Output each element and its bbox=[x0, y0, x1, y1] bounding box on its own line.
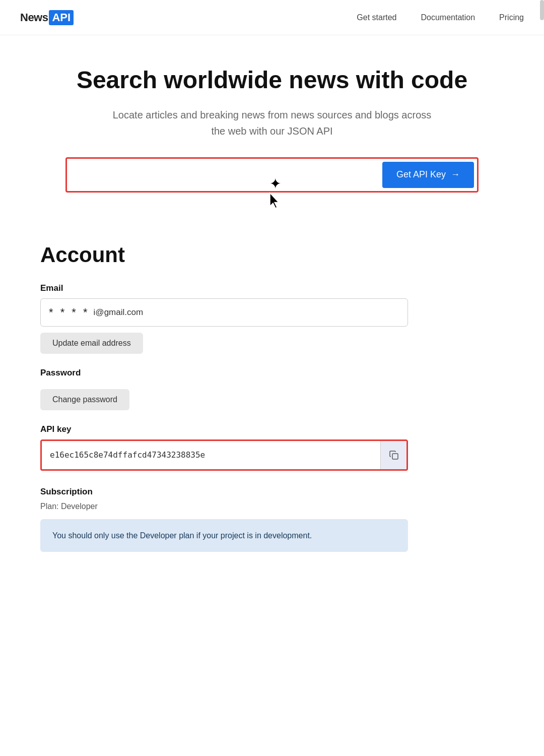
api-key-field-group: API key bbox=[40, 424, 504, 471]
logo-news-text: News bbox=[20, 11, 48, 24]
hero-section: Search worldwide news with code Locate a… bbox=[0, 35, 544, 213]
navbar: NewsAPI Get started Documentation Pricin… bbox=[0, 0, 544, 35]
copy-icon bbox=[389, 450, 399, 460]
api-key-copy-button[interactable] bbox=[380, 441, 406, 469]
update-email-button[interactable]: Update email address bbox=[40, 333, 143, 354]
password-label: Password bbox=[40, 368, 504, 378]
subscription-section: Subscription Plan: Developer You should … bbox=[40, 487, 504, 552]
developer-plan-info-text: You should only use the Developer plan i… bbox=[52, 529, 396, 542]
api-key-wrapper bbox=[40, 439, 408, 471]
api-key-label: API key bbox=[40, 424, 504, 434]
api-key-input[interactable] bbox=[42, 441, 380, 469]
scrollbar bbox=[540, 0, 544, 20]
arrow-right-icon: → bbox=[451, 169, 460, 180]
svg-rect-0 bbox=[392, 454, 398, 459]
cta-email-input[interactable] bbox=[70, 162, 382, 188]
password-field-group: Password Change password bbox=[40, 368, 504, 410]
email-partial: i@gmail.com bbox=[94, 307, 144, 318]
email-label: Email bbox=[40, 283, 504, 293]
email-input-wrapper: * * * * i@gmail.com bbox=[40, 298, 408, 327]
hero-subtitle: Locate articles and breaking news from n… bbox=[111, 107, 433, 139]
nav-links: Get started Documentation Pricing bbox=[357, 13, 524, 22]
account-section-title: Account bbox=[40, 243, 504, 267]
email-display: * * * * i@gmail.com bbox=[49, 306, 143, 319]
nav-item-pricing[interactable]: Pricing bbox=[499, 13, 524, 22]
change-password-button[interactable]: Change password bbox=[40, 389, 129, 410]
email-asterisks: * * * * bbox=[49, 306, 90, 319]
email-field-group: Email * * * * i@gmail.com Update email a… bbox=[40, 283, 504, 354]
nav-link-pricing[interactable]: Pricing bbox=[499, 13, 524, 22]
logo-api-text: API bbox=[49, 10, 74, 25]
cta-row: Get API Key → ✦ bbox=[65, 157, 479, 193]
hero-title: Search worldwide news with code bbox=[40, 66, 504, 95]
get-api-key-button[interactable]: Get API Key → bbox=[382, 162, 474, 188]
get-api-key-label: Get API Key bbox=[396, 169, 446, 180]
nav-link-documentation[interactable]: Documentation bbox=[421, 13, 475, 22]
developer-plan-info-box: You should only use the Developer plan i… bbox=[40, 519, 408, 552]
plan-label: Plan: Developer bbox=[40, 502, 504, 511]
nav-link-get-started[interactable]: Get started bbox=[357, 13, 396, 22]
subscription-label: Subscription bbox=[40, 487, 504, 497]
main-content: Account Email * * * * i@gmail.com Update… bbox=[0, 213, 544, 573]
nav-item-documentation[interactable]: Documentation bbox=[421, 13, 475, 22]
logo[interactable]: NewsAPI bbox=[20, 10, 74, 25]
nav-item-get-started[interactable]: Get started bbox=[357, 13, 396, 22]
